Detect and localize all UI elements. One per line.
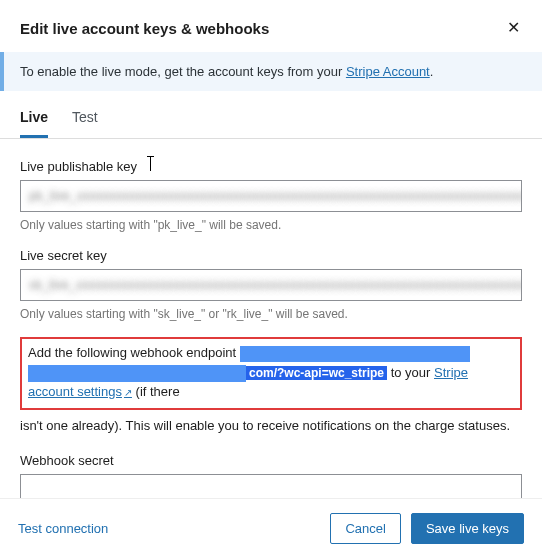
close-icon[interactable]: ✕ <box>505 18 522 38</box>
redacted-block-icon <box>28 365 246 382</box>
tabs: Live Test <box>0 99 542 139</box>
field-publishable-key: Live publishable key pk_live_xxxxxxxxxxx… <box>20 159 522 232</box>
tab-test[interactable]: Test <box>72 99 98 138</box>
publishable-key-helper: Only values starting with "pk_live_" wil… <box>20 218 522 232</box>
stripe-account-link[interactable]: Stripe Account <box>346 64 430 79</box>
webhook-secret-input[interactable] <box>20 474 522 498</box>
external-link-icon: ↗ <box>124 387 132 398</box>
webhook-endpoint-note: Add the following webhook endpoint com/?… <box>20 337 522 410</box>
publishable-key-label: Live publishable key <box>20 159 522 174</box>
publishable-key-input[interactable]: pk_live_xxxxxxxxxxxxxxxxxxxxxxxxxxxxxxxx… <box>20 180 522 212</box>
cancel-button[interactable]: Cancel <box>330 513 400 544</box>
save-button[interactable]: Save live keys <box>411 513 524 544</box>
webhook-secret-label: Webhook secret <box>20 453 522 468</box>
modal-title: Edit live account keys & webhooks <box>20 20 269 37</box>
banner-text-suffix: . <box>430 64 434 79</box>
footer-buttons: Cancel Save live keys <box>330 513 524 544</box>
webhook-text-suffix1: (if there <box>132 384 180 399</box>
modal-header: Edit live account keys & webhooks ✕ <box>0 0 542 52</box>
webhook-text-mid: to your <box>387 365 434 380</box>
modal-footer: Test connection Cancel Save live keys <box>0 498 542 558</box>
secret-key-helper: Only values starting with "sk_live_" or … <box>20 307 522 321</box>
info-banner: To enable the live mode, get the account… <box>0 52 542 91</box>
modal-body: Live publishable key pk_live_xxxxxxxxxxx… <box>0 139 542 498</box>
banner-text-prefix: To enable the live mode, get the account… <box>20 64 346 79</box>
secret-key-input[interactable]: sk_live_xxxxxxxxxxxxxxxxxxxxxxxxxxxxxxxx… <box>20 269 522 301</box>
test-connection-link[interactable]: Test connection <box>18 521 108 536</box>
field-webhook-secret: Webhook secret Get your webhook signing … <box>20 453 522 498</box>
webhook-text-suffix2: isn't one already). This will enable you… <box>20 414 522 438</box>
webhook-text-prefix: Add the following webhook endpoint <box>28 345 240 360</box>
edit-keys-modal: Edit live account keys & webhooks ✕ To e… <box>0 0 542 558</box>
redacted-block-icon <box>240 346 470 362</box>
secret-key-label: Live secret key <box>20 248 522 263</box>
tab-live[interactable]: Live <box>20 99 48 138</box>
field-secret-key: Live secret key sk_live_xxxxxxxxxxxxxxxx… <box>20 248 522 321</box>
webhook-url-fragment: com/?wc-api=wc_stripe <box>246 366 387 380</box>
